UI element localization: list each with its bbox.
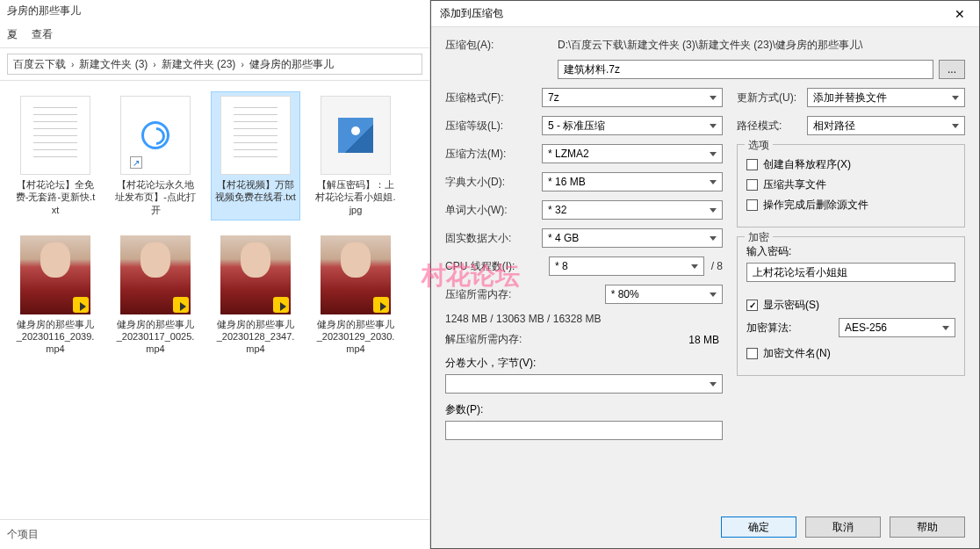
solid-select[interactable]: * 4 GB	[542, 228, 723, 248]
share-label: 压缩共享文件	[763, 177, 826, 192]
mem-comp-label: 压缩所需内存:	[445, 287, 511, 302]
delete-checkbox[interactable]	[746, 199, 758, 211]
file-item[interactable]: 【解压密码】：上村花论坛看小姐姐.jpg	[311, 91, 400, 220]
file-item[interactable]: 健身房的那些事儿_20230128_2347.mp4	[211, 231, 300, 360]
method-select[interactable]: * LZMA2	[542, 144, 723, 163]
method-label: 压缩方法(M):	[445, 147, 542, 162]
breadcrumb-item[interactable]: 健身房的那些事儿	[249, 57, 334, 72]
window-title: 身房的那些事儿	[0, 0, 429, 22]
browse-button[interactable]: ...	[939, 60, 965, 79]
archive-label: 压缩包(A):	[445, 38, 551, 53]
file-item[interactable]: ↗ 【村花论坛永久地址发布页】-点此打开	[111, 91, 200, 220]
encrypt-names-checkbox[interactable]	[746, 348, 758, 359]
word-label: 单词大小(W):	[445, 203, 542, 218]
options-legend: 选项	[745, 138, 773, 153]
txt-file-icon	[220, 96, 291, 175]
show-password-checkbox[interactable]	[746, 300, 758, 311]
file-name: 健身房的那些事儿_20230128_2347.mp4	[215, 318, 296, 356]
menu-item-view[interactable]: 查看	[32, 27, 53, 42]
video-thumbnail	[120, 235, 191, 314]
chevron-right-icon: ›	[153, 60, 155, 69]
archive-path: D:\百度云下载\新建文件夹 (3)\新建文件夹 (23)\健身房的那些事儿\	[558, 38, 862, 53]
update-label: 更新方式(U):	[737, 90, 807, 105]
file-explorer: 身房的那些事儿 夏 查看 百度云下载 › 新建文件夹 (3) › 新建文件夹 (…	[0, 0, 430, 549]
breadcrumb-item[interactable]: 百度云下载	[13, 57, 66, 72]
algo-select[interactable]: AES-256	[839, 318, 955, 337]
explorer-toolbar: 百度云下载 › 新建文件夹 (3) › 新建文件夹 (23) › 健身房的那些事…	[0, 48, 429, 81]
breadcrumb[interactable]: 百度云下载 › 新建文件夹 (3) › 新建文件夹 (23) › 健身房的那些事…	[7, 54, 422, 75]
dialog-buttons: 确定 取消 帮助	[721, 516, 965, 538]
mem-decomp-label: 解压缩所需内存:	[445, 332, 522, 347]
params-label: 参数(P):	[445, 402, 723, 417]
mem-pct-select[interactable]: * 80%	[605, 285, 723, 304]
cpu-select[interactable]: * 8	[549, 256, 704, 276]
file-item[interactable]: 【村花视频】万部视频免费在线看.txt	[211, 91, 300, 220]
add-to-archive-dialog: 添加到压缩包 ✕ 压缩包(A): D:\百度云下载\新建文件夹 (3)\新建文件…	[430, 0, 980, 549]
breadcrumb-item[interactable]: 新建文件夹 (23)	[162, 57, 236, 72]
ok-button[interactable]: 确定	[721, 516, 796, 538]
mem-comp-value: 1248 MB / 13063 MB / 16328 MB	[445, 313, 723, 325]
breadcrumb-item[interactable]: 新建文件夹 (3)	[79, 57, 148, 72]
menu-item[interactable]: 夏	[7, 27, 18, 42]
dialog-titlebar: 添加到压缩包 ✕	[431, 1, 979, 27]
options-fieldset: 选项 创建自释放程序(X) 压缩共享文件 操作完成后删除源文件	[737, 144, 965, 228]
file-name: 【村花论坛】全免费-无套路-更新快.txt	[15, 178, 96, 216]
dialog-title: 添加到压缩包	[440, 6, 503, 21]
video-thumbnail	[321, 235, 391, 314]
params-input[interactable]	[445, 421, 723, 440]
dict-label: 字典大小(D):	[445, 175, 542, 190]
txt-file-icon	[20, 96, 90, 175]
chevron-right-icon: ›	[241, 60, 243, 69]
shortcut-icon: ↗	[120, 96, 191, 175]
split-label: 分卷大小，字节(V):	[445, 356, 723, 371]
help-button[interactable]: 帮助	[890, 516, 965, 538]
dialog-body: 压缩包(A): D:\百度云下载\新建文件夹 (3)\新建文件夹 (23)\健身…	[431, 27, 979, 451]
play-icon	[180, 302, 186, 311]
solid-label: 固实数据大小:	[445, 231, 542, 246]
dict-select[interactable]: * 16 MB	[542, 172, 723, 191]
sfx-label: 创建自释放程序(X)	[763, 157, 851, 172]
format-label: 压缩格式(F):	[445, 90, 542, 105]
mem-decomp-value: 18 MB	[522, 334, 723, 346]
play-icon	[380, 302, 386, 311]
cpu-total: / 8	[711, 260, 723, 272]
link-badge-icon: ↗	[130, 156, 142, 169]
file-item[interactable]: 健身房的那些事儿_20230117_0025.mp4	[111, 231, 200, 360]
file-item[interactable]: 【村花论坛】全免费-无套路-更新快.txt	[11, 91, 100, 220]
pathmode-select[interactable]: 相对路径	[807, 116, 965, 135]
encrypt-names-label: 加密文件名(N)	[763, 346, 831, 361]
file-item[interactable]: 健身房的那些事儿_20230116_2039.mp4	[11, 231, 100, 360]
split-combo[interactable]	[445, 374, 723, 394]
status-bar: 个项目	[0, 519, 429, 549]
image-file-icon	[321, 96, 391, 175]
file-list[interactable]: 【村花论坛】全免费-无套路-更新快.txt ↗ 【村花论坛永久地址发布页】-点此…	[0, 81, 429, 485]
sfx-checkbox[interactable]	[746, 159, 758, 170]
file-name: 【解压密码】：上村花论坛看小姐姐.jpg	[315, 178, 396, 216]
algo-label: 加密算法:	[746, 321, 839, 336]
password-label: 输入密码:	[746, 244, 955, 259]
encrypt-legend: 加密	[745, 230, 773, 245]
word-select[interactable]: * 32	[542, 200, 723, 220]
show-password-label: 显示密码(S)	[763, 298, 819, 313]
format-select[interactable]: 7z	[542, 88, 723, 107]
close-button[interactable]: ✕	[940, 1, 979, 27]
play-icon	[80, 302, 86, 311]
level-select[interactable]: 5 - 标准压缩	[542, 116, 723, 135]
video-thumbnail	[20, 235, 90, 314]
file-item[interactable]: 健身房的那些事儿_20230129_2030.mp4	[311, 231, 400, 360]
encrypt-fieldset: 加密 输入密码: 显示密码(S) 加密算法: AES-256 加密文件名(N)	[737, 236, 965, 376]
delete-label: 操作完成后删除源文件	[763, 198, 868, 213]
password-input[interactable]	[746, 263, 955, 282]
level-label: 压缩等级(L):	[445, 119, 542, 134]
file-name: 健身房的那些事儿_20230117_0025.mp4	[115, 318, 196, 356]
archive-name-input[interactable]	[558, 60, 933, 79]
share-checkbox[interactable]	[746, 179, 758, 191]
menu-bar: 夏 查看	[0, 22, 429, 48]
video-thumbnail	[220, 235, 291, 314]
update-select[interactable]: 添加并替换文件	[807, 88, 965, 107]
file-name: 健身房的那些事儿_20230129_2030.mp4	[315, 318, 396, 356]
cancel-button[interactable]: 取消	[805, 516, 881, 538]
pathmode-label: 路径模式:	[737, 119, 807, 134]
file-name: 【村花论坛永久地址发布页】-点此打开	[115, 178, 196, 216]
cpu-label: CPU 线程数(I):	[445, 259, 542, 274]
